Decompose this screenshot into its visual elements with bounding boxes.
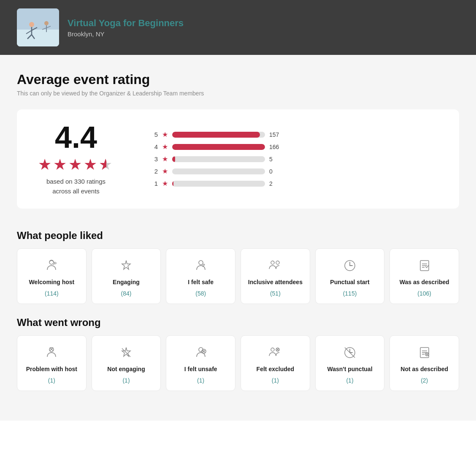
svg-point-8: [44, 21, 49, 25]
feedback-card-welcoming-host: Welcoming host (114): [17, 248, 87, 304]
card-count: (115): [343, 290, 357, 297]
feedback-card-not-engaging: Not engaging (1): [92, 335, 161, 391]
card-label: Engaging: [113, 278, 140, 286]
card-label: Was as described: [400, 278, 449, 286]
bar-count: 2: [269, 180, 282, 187]
rating-bars: 5 ★ 157 4 ★ 166 3 ★ 5 2 ★ 0 1 ★ 2: [152, 130, 442, 187]
bar-track: [172, 144, 265, 150]
bar-row-5: 5 ★ 157: [152, 130, 442, 138]
bar-track: [172, 156, 265, 162]
page-subtitle: This can only be viewed by the Organizer…: [17, 90, 459, 97]
wrong-title: What went wrong: [17, 317, 459, 329]
bar-fill: [172, 144, 265, 150]
feedback-card-problem-host: Problem with host (1): [17, 335, 87, 391]
feedback-card-felt-safe: I felt safe (58): [166, 248, 235, 304]
rating-section: 4.4 ★ ★ ★ ★ ★ ★ based on 330 ratings acr…: [17, 109, 459, 209]
bar-row-3: 3 ★ 5: [152, 155, 442, 163]
svg-point-27: [271, 348, 274, 351]
bar-label: 5: [152, 131, 158, 138]
card-label: Punctual start: [330, 278, 369, 286]
event-location: Brooklyn, NY: [68, 30, 184, 38]
star-2: ★: [53, 156, 67, 174]
card-label: I felt safe: [188, 278, 214, 286]
bar-star-icon: ★: [162, 155, 168, 163]
card-icon-engaging: [118, 257, 135, 274]
liked-title: What people liked: [17, 230, 459, 242]
bar-star-icon: ★: [162, 167, 168, 175]
star-5-half: ★ ★: [99, 156, 114, 171]
card-icon-not-punctual: [341, 344, 358, 361]
feedback-card-felt-unsafe: I felt unsafe (1): [166, 335, 235, 391]
bar-star-icon: ★: [162, 130, 168, 138]
svg-rect-1: [17, 30, 59, 46]
card-icon-problem-host: [43, 344, 60, 361]
svg-line-22: [122, 348, 130, 357]
feedback-card-engaging: Engaging (84): [92, 248, 161, 304]
card-count: (58): [195, 290, 206, 297]
star-1: ★: [38, 156, 51, 174]
bar-count: 166: [269, 144, 282, 150]
card-label: I felt unsafe: [184, 365, 217, 373]
star-3: ★: [68, 156, 82, 174]
stars-display: ★ ★ ★ ★ ★ ★: [38, 156, 114, 174]
event-title: Virtual Yoga for Beginners: [68, 18, 184, 29]
event-thumbnail: [17, 8, 59, 46]
card-icon-punctual-start: [341, 257, 358, 274]
bar-track: [172, 181, 265, 187]
event-info: Virtual Yoga for Beginners Brooklyn, NY: [68, 18, 184, 38]
card-count: (1): [346, 377, 353, 384]
bar-star-icon: ★: [162, 179, 168, 187]
feedback-card-inclusive-attendees: Inclusive attendees (51): [241, 248, 310, 304]
card-icon-inclusive-attendees: [267, 257, 284, 274]
average-rating: 4.4: [55, 122, 97, 152]
bar-label: 3: [152, 155, 158, 163]
main-content: Average event rating This can only be vi…: [0, 55, 476, 421]
rating-text: based on 330 ratings across all events: [46, 177, 105, 196]
card-count: (106): [417, 290, 431, 297]
page-title: Average event rating: [17, 72, 459, 87]
svg-point-16: [276, 261, 279, 264]
card-count: (114): [45, 290, 59, 297]
card-count: (2): [421, 377, 428, 384]
card-count: (1): [197, 377, 204, 384]
card-label: Not as described: [400, 365, 448, 373]
card-icon-felt-unsafe: [192, 344, 209, 361]
feedback-card-punctual-start: Punctual start (115): [315, 248, 385, 304]
bar-count: 0: [269, 168, 282, 175]
card-icon-felt-excluded: [267, 344, 284, 361]
bar-label: 4: [152, 143, 158, 150]
wrong-section: What went wrong Problem with host (1) No…: [17, 317, 459, 391]
card-label: Not engaging: [107, 365, 145, 373]
star-4: ★: [84, 156, 97, 174]
feedback-card-as-described: Was as described (106): [389, 248, 459, 304]
svg-point-13: [54, 262, 56, 264]
svg-point-2: [29, 22, 34, 27]
bar-fill: [172, 156, 175, 162]
card-label: Inclusive attendees: [248, 278, 303, 286]
card-icon-welcoming-host: [43, 257, 60, 274]
bar-track: [172, 132, 265, 138]
card-icon-as-described: [416, 257, 433, 274]
card-count: (1): [272, 377, 279, 384]
card-icon-felt-safe: [192, 257, 209, 274]
svg-point-15: [271, 261, 274, 264]
card-count: (51): [270, 290, 281, 297]
card-label: Wasn't punctual: [327, 365, 373, 373]
bar-row-2: 2 ★ 0: [152, 167, 442, 175]
rating-summary: 4.4 ★ ★ ★ ★ ★ ★ based on 330 ratings acr…: [34, 122, 118, 196]
card-count: (84): [121, 290, 132, 297]
bar-count: 157: [269, 131, 282, 138]
wrong-cards: Problem with host (1) Not engaging (1) I…: [17, 335, 459, 391]
header: Virtual Yoga for Beginners Brooklyn, NY: [0, 0, 476, 55]
card-count: (1): [48, 377, 55, 384]
bar-fill: [172, 181, 173, 187]
bar-star-icon: ★: [162, 143, 168, 151]
bar-row-1: 1 ★ 2: [152, 179, 442, 187]
feedback-card-not-punctual: Wasn't punctual (1): [315, 335, 385, 391]
card-label: Problem with host: [26, 365, 77, 373]
card-label: Welcoming host: [29, 278, 74, 286]
bar-label: 1: [152, 180, 158, 187]
bar-fill: [172, 132, 260, 138]
feedback-card-not-as-described: Not as described (2): [389, 335, 459, 391]
card-icon-not-as-described: [416, 344, 433, 361]
